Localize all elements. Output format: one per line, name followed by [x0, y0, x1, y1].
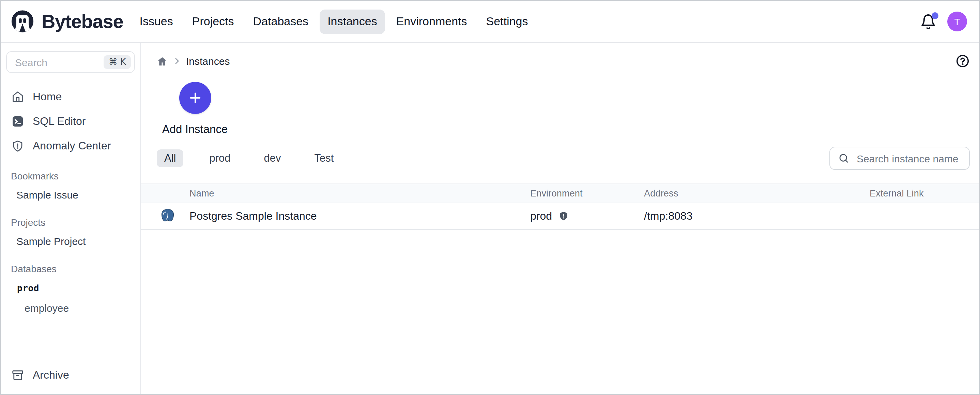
- instances-table: Name Environment Address External Link: [141, 184, 979, 230]
- tab-test[interactable]: Test: [307, 149, 341, 167]
- column-header-name: Name: [141, 188, 530, 198]
- column-header-environment: Environment: [530, 188, 644, 198]
- nav-item-databases[interactable]: Databases: [245, 9, 317, 34]
- sidebar-item-label: Archive: [33, 369, 69, 381]
- sidebar-database-employee[interactable]: employee: [1, 298, 140, 318]
- main-nav: Issues Projects Databases Instances Envi…: [131, 9, 536, 34]
- archive-icon: [11, 369, 24, 381]
- instance-environment: prod: [530, 210, 552, 222]
- bytebase-logo-icon: [10, 9, 35, 34]
- sidebar-section-projects: Projects: [1, 214, 140, 231]
- brand-name: Bytebase: [41, 11, 123, 32]
- sidebar: ⌘ K Home: [1, 43, 141, 394]
- sidebar-search[interactable]: ⌘ K: [6, 51, 135, 73]
- top-navbar: Bytebase Issues Projects Databases Insta…: [1, 1, 979, 43]
- topnav-right: T: [920, 11, 967, 31]
- notification-dot: [932, 12, 939, 19]
- sidebar-item-label: SQL Editor: [33, 115, 86, 128]
- search-icon: [838, 153, 849, 164]
- instance-search[interactable]: [829, 147, 970, 170]
- sidebar-item-label: Anomaly Center: [33, 140, 111, 152]
- column-header-address: Address: [644, 188, 870, 198]
- breadcrumb-home-icon[interactable]: [157, 56, 168, 67]
- app-window: Bytebase Issues Projects Databases Insta…: [0, 0, 980, 395]
- avatar[interactable]: T: [947, 11, 967, 31]
- plus-icon: [187, 90, 203, 106]
- sidebar-item-archive[interactable]: Archive: [1, 363, 140, 387]
- terminal-icon: [11, 115, 24, 128]
- main-content: Instances: [141, 43, 979, 394]
- sidebar-environment-prod[interactable]: prod: [1, 278, 140, 298]
- breadcrumb-current: Instances: [186, 55, 230, 67]
- filter-bar: All prod dev Test: [157, 147, 970, 170]
- sidebar-item-home[interactable]: Home: [1, 85, 140, 109]
- help-button[interactable]: [956, 54, 970, 68]
- shield-alert-icon: [11, 140, 24, 152]
- breadcrumb: Instances: [157, 54, 970, 68]
- instance-address: /tmp:8083: [644, 210, 870, 222]
- table-row[interactable]: Postgres Sample Instance prod: [141, 203, 979, 230]
- nav-item-instances[interactable]: Instances: [319, 9, 385, 34]
- sidebar-item-anomaly-center[interactable]: Anomaly Center: [1, 134, 140, 158]
- sidebar-item-sql-editor[interactable]: SQL Editor: [1, 109, 140, 134]
- sidebar-item-sample-project[interactable]: Sample Project: [1, 231, 140, 251]
- shield-icon: [558, 211, 569, 222]
- postgresql-icon: [159, 207, 177, 225]
- nav-item-settings[interactable]: Settings: [478, 9, 536, 34]
- keyboard-shortcut-badge: ⌘ K: [104, 55, 131, 69]
- tab-dev[interactable]: dev: [256, 149, 289, 167]
- home-icon: [11, 91, 24, 103]
- add-instance-label: Add Instance: [162, 123, 228, 136]
- sidebar-search-input[interactable]: [14, 56, 82, 69]
- tab-prod[interactable]: prod: [202, 149, 238, 167]
- nav-item-issues[interactable]: Issues: [131, 9, 181, 34]
- notifications-button[interactable]: [920, 13, 936, 30]
- column-header-external-link: External Link: [870, 188, 979, 198]
- sidebar-item-label: Home: [33, 91, 62, 103]
- instance-name: Postgres Sample Instance: [189, 210, 317, 222]
- environment-tabs: All prod dev Test: [157, 149, 341, 167]
- table-header-row: Name Environment Address External Link: [141, 184, 979, 203]
- nav-item-projects[interactable]: Projects: [184, 9, 242, 34]
- sidebar-section-bookmarks: Bookmarks: [1, 167, 140, 185]
- chevron-right-icon: [172, 57, 181, 66]
- sidebar-item-sample-issue[interactable]: Sample Issue: [1, 185, 140, 205]
- instance-search-input[interactable]: [855, 152, 962, 165]
- tab-all[interactable]: All: [157, 149, 183, 167]
- add-instance-button[interactable]: Add Instance: [158, 82, 232, 136]
- nav-item-environments[interactable]: Environments: [388, 9, 475, 34]
- bytebase-logo[interactable]: Bytebase: [10, 9, 123, 34]
- sidebar-section-databases: Databases: [1, 260, 140, 278]
